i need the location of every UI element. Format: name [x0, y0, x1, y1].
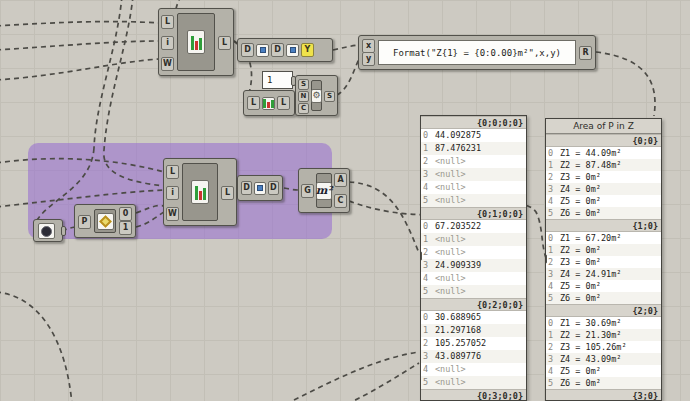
output-c[interactable]: C	[334, 194, 347, 208]
data-panel-area-of-p-in-z[interactable]: Area of P in Z {0;0}0Z1 = 44.09m²1Z2 = 8…	[545, 118, 662, 401]
input-n[interactable]: N	[298, 91, 309, 102]
data-path-band: {0;1;0;0}	[421, 207, 526, 220]
wire[interactable]	[286, 352, 419, 401]
panel-row: 3<null>	[421, 168, 526, 181]
output-r[interactable]: R	[579, 46, 592, 60]
data-path-band: {0;0;0;0}	[421, 116, 526, 129]
area-icon: m²	[316, 173, 332, 208]
wire[interactable]	[104, 0, 164, 186]
list-item-component-group[interactable]: L i W L	[163, 158, 237, 226]
wire[interactable]	[0, 159, 164, 172]
panel-row: 2Z3 = 0m²	[546, 171, 661, 183]
wire[interactable]	[136, 212, 164, 227]
output-l[interactable]: L	[277, 96, 290, 110]
input-l[interactable]: L	[247, 96, 260, 110]
list-item-icon	[182, 163, 218, 221]
list-item-icon	[177, 13, 215, 71]
input-c[interactable]: C	[298, 103, 309, 114]
data-path-band: {0;3;0;0}	[421, 389, 526, 401]
panel-row: 4<null>	[421, 181, 526, 194]
panel-row: 1Z2 = 21.30m²	[546, 329, 661, 341]
input-y[interactable]: y	[362, 52, 375, 66]
input-w[interactable]: W	[166, 207, 179, 221]
domain-component-group[interactable]: D D	[237, 175, 283, 201]
input-l[interactable]: L	[166, 165, 179, 179]
panel-row: 0Z1 = 30.69m²	[546, 317, 661, 329]
number-panel[interactable]: 1	[262, 71, 293, 89]
list-item-component-top[interactable]: L i W L	[158, 8, 234, 76]
panel-row: 4<null>	[421, 272, 526, 285]
wire[interactable]	[337, 59, 359, 95]
panel-row: 2<null>	[421, 155, 526, 168]
input-i[interactable]: i	[166, 186, 179, 200]
sorter-icon: ⚙	[311, 80, 322, 111]
domain-icon	[256, 44, 269, 57]
y-flag[interactable]: Y	[301, 43, 314, 57]
output-l[interactable]: L	[218, 36, 231, 50]
panel-body: {0;0;0;0}044.092875187.4762312<null>3<nu…	[421, 116, 526, 401]
wire[interactable]	[0, 41, 159, 50]
input-d[interactable]: D	[241, 43, 254, 57]
panel-row: 1Z2 = 87.48m²	[546, 159, 661, 171]
panel-row: 3Z4 = 0m²	[546, 183, 661, 195]
list-bars-icon	[262, 97, 275, 110]
panel-row: 2105.257052	[421, 337, 526, 350]
area-component[interactable]: G m² A C	[298, 168, 350, 213]
data-panel-raw-values[interactable]: {0;0;0;0}044.092875187.4762312<null>3<nu…	[420, 115, 527, 401]
panel-row: 187.476231	[421, 142, 526, 155]
input-x[interactable]: x	[362, 39, 375, 53]
input-d[interactable]: D	[241, 181, 252, 195]
output-a[interactable]: A	[334, 173, 347, 187]
panel-body: {0;0}0Z1 = 44.09m²1Z2 = 87.48m²2Z3 = 0m²…	[546, 134, 661, 401]
output-nub[interactable]	[61, 226, 66, 236]
wire[interactable]	[0, 22, 159, 26]
panel-row: 030.688965	[421, 311, 526, 324]
panel-row: 044.092875	[421, 129, 526, 142]
format-expression[interactable]: Format("Z{1} = {0:0.00}m²",x,y)	[378, 40, 576, 65]
domain-icon-2	[286, 44, 299, 57]
output-d[interactable]: D	[268, 181, 279, 195]
data-path-band: {2;0}	[546, 304, 661, 317]
panel-row: 3Z4 = 43.09m²	[546, 353, 661, 365]
list-pair-component[interactable]: L L	[243, 90, 295, 116]
wire[interactable]	[333, 45, 359, 50]
wire[interactable]	[284, 188, 299, 190]
panel-row: 4Z5 = 0m²	[546, 195, 661, 207]
input-s[interactable]: S	[298, 79, 309, 90]
snc-component[interactable]: S N C ⚙ S	[295, 75, 338, 116]
dispatch-component[interactable]: P 0 1	[74, 204, 136, 238]
panel-row: 5Z6 = 0m²	[546, 292, 661, 304]
output-l[interactable]: L	[221, 186, 234, 200]
panel-input-nub[interactable]	[545, 254, 547, 264]
wire[interactable]	[0, 59, 159, 80]
wire[interactable]	[136, 206, 164, 213]
panel-row: 121.297168	[421, 324, 526, 337]
panel-row: 1<null>	[421, 233, 526, 246]
wire[interactable]	[0, 292, 72, 401]
panel-title: Area of P in Z	[546, 119, 661, 134]
panel-row: 5<null>	[421, 194, 526, 207]
geometry-param-component[interactable]	[33, 219, 63, 242]
panel-row: 4Z5 = 0m²	[546, 280, 661, 292]
output-1[interactable]: 1	[119, 221, 132, 235]
number-value: 1	[267, 75, 272, 85]
diamond-icon	[94, 209, 116, 233]
input-l[interactable]: L	[161, 15, 174, 29]
input-w[interactable]: W	[161, 57, 174, 71]
data-path-band: {3;0}	[546, 389, 661, 401]
wire[interactable]	[347, 363, 419, 401]
domain-component-top[interactable]: D D Y	[237, 38, 333, 62]
domain-icon	[254, 182, 265, 195]
wire[interactable]	[349, 182, 419, 253]
panel-input-nub[interactable]	[420, 251, 422, 261]
output-d[interactable]: D	[271, 43, 284, 57]
output-s[interactable]: S	[324, 91, 335, 102]
input-p[interactable]: P	[78, 215, 91, 229]
output-0[interactable]: 0	[119, 207, 132, 221]
input-i[interactable]: i	[161, 36, 174, 50]
sphere-icon	[38, 223, 55, 239]
input-g[interactable]: G	[301, 184, 314, 198]
format-component[interactable]: x y Format("Z{1} = {0:0.00}m²",x,y) R	[358, 35, 596, 70]
wire[interactable]	[596, 52, 655, 116]
panel-row: 2<null>	[421, 246, 526, 259]
